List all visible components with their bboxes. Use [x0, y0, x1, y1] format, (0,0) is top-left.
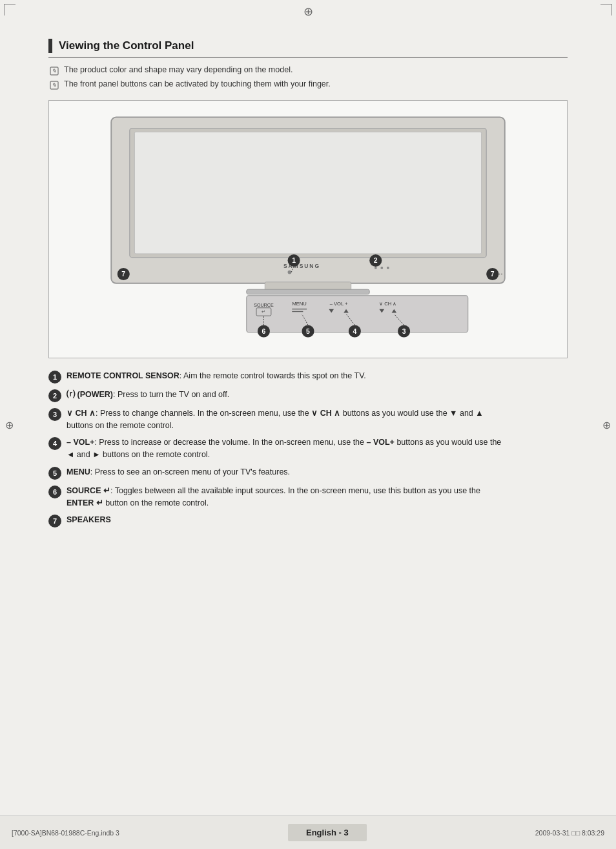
- desc-text-3: ∨ CH ∧: Press to change channels. In the…: [67, 407, 568, 432]
- desc-item-7: 7 SPEAKERS: [48, 514, 568, 527]
- desc-label-2: ⒭ (POWER): [67, 390, 113, 399]
- desc-label-1: REMOTE CONTROL SENSOR: [67, 371, 180, 380]
- footer-date-info: 2009-03-31 □□ 8:03:29: [535, 829, 604, 837]
- footer-page-text: English - 3: [306, 828, 349, 837]
- desc-num-5: 5: [48, 467, 61, 480]
- svg-text:↵: ↵: [262, 309, 265, 314]
- svg-point-8: [288, 271, 292, 274]
- target-top-icon: ⊕: [302, 5, 314, 18]
- target-right-icon: ⊕: [602, 418, 611, 431]
- desc-num-6: 6: [48, 486, 61, 498]
- desc-text-6: SOURCE ↵: Toggles between all the availa…: [67, 485, 568, 509]
- page: ⊕ ⊕ ⊕ ⊕ Viewing the Control Panel ✎ The …: [0, 0, 616, 849]
- desc-text-7: SPEAKERS: [67, 514, 568, 526]
- section-bar: [48, 39, 52, 53]
- section-title: Viewing the Control Panel: [59, 39, 194, 52]
- svg-rect-13: [247, 289, 369, 294]
- notes-container: ✎ The product color and shape may vary d…: [48, 65, 568, 91]
- svg-text:5: 5: [306, 328, 310, 335]
- svg-text:1: 1: [292, 257, 296, 264]
- desc-text-4: – VOL+: Press to increase or decrease th…: [67, 436, 568, 461]
- desc-num-7: 7: [48, 515, 61, 527]
- footer-page-label: English - 3: [288, 824, 367, 841]
- diagram-container: SAMSUNG SOURCE ↵ MENU: [48, 100, 568, 358]
- svg-text:SOURCE: SOURCE: [254, 303, 274, 308]
- svg-text:3: 3: [402, 328, 406, 335]
- desc-label-3: ∨ CH ∧: [67, 409, 96, 418]
- desc-text-5: MENU: Press to see an on-screen menu of …: [67, 466, 568, 478]
- note-icon-1: ✎: [48, 65, 60, 77]
- desc-item-4: 4 – VOL+: Press to increase or decrease …: [48, 436, 568, 461]
- svg-point-10: [380, 267, 383, 269]
- svg-text:MENU: MENU: [292, 301, 306, 307]
- note-text-2: The front panel buttons can be activated…: [64, 79, 331, 88]
- desc-num-4: 4: [48, 437, 61, 450]
- svg-text:4: 4: [353, 328, 356, 335]
- desc-num-3: 3: [48, 408, 61, 421]
- section-header: Viewing the Control Panel: [48, 39, 568, 57]
- desc-text-2: ⒭ (POWER): Press to turn the TV on and o…: [67, 389, 568, 401]
- tv-diagram: SAMSUNG SOURCE ↵ MENU: [62, 111, 554, 345]
- page-footer: [7000-SA]BN68-01988C-Eng.indb 3 English …: [0, 815, 616, 849]
- desc-item-5: 5 MENU: Press to see an on-screen menu o…: [48, 466, 568, 480]
- desc-num-1: 1: [48, 371, 61, 384]
- svg-text:– VOL +: – VOL +: [330, 301, 348, 307]
- desc-item-6: 6 SOURCE ↵: Toggles between all the avai…: [48, 485, 568, 509]
- note-text-1: The product color and shape may vary dep…: [64, 65, 293, 74]
- target-left-icon: ⊕: [5, 418, 14, 431]
- descriptions-container: 1 REMOTE CONTROL SENSOR: Aim the remote …: [48, 370, 568, 528]
- desc-item-1: 1 REMOTE CONTROL SENSOR: Aim the remote …: [48, 370, 568, 384]
- desc-num-2: 2: [48, 389, 61, 402]
- desc-label-4: – VOL+: [67, 438, 94, 447]
- crop-mark-tl: [4, 4, 15, 15]
- crop-mark-tr: [601, 4, 612, 15]
- note-item-1: ✎ The product color and shape may vary d…: [48, 65, 568, 77]
- svg-text:∨ CH ∧: ∨ CH ∧: [379, 301, 396, 307]
- svg-text:✎: ✎: [52, 82, 57, 88]
- svg-text:2: 2: [374, 257, 378, 264]
- svg-text:6: 6: [262, 328, 266, 335]
- desc-label-5: MENU: [67, 467, 90, 476]
- desc-label-7: SPEAKERS: [67, 515, 111, 524]
- note-icon-2: ✎: [48, 79, 60, 91]
- desc-label-6: SOURCE ↵: [67, 486, 110, 495]
- svg-point-9: [375, 267, 377, 269]
- desc-text-1: REMOTE CONTROL SENSOR: Aim the remote co…: [67, 370, 568, 382]
- svg-text:✎: ✎: [52, 68, 57, 74]
- svg-point-11: [387, 267, 389, 269]
- desc-item-3: 3 ∨ CH ∧: Press to change channels. In t…: [48, 407, 568, 432]
- svg-rect-6: [134, 132, 481, 254]
- desc-item-2: 2 ⒭ (POWER): Press to turn the TV on and…: [48, 389, 568, 402]
- note-item-2: ✎ The front panel buttons can be activat…: [48, 79, 568, 91]
- footer-file-info: [7000-SA]BN68-01988C-Eng.indb 3: [12, 829, 119, 837]
